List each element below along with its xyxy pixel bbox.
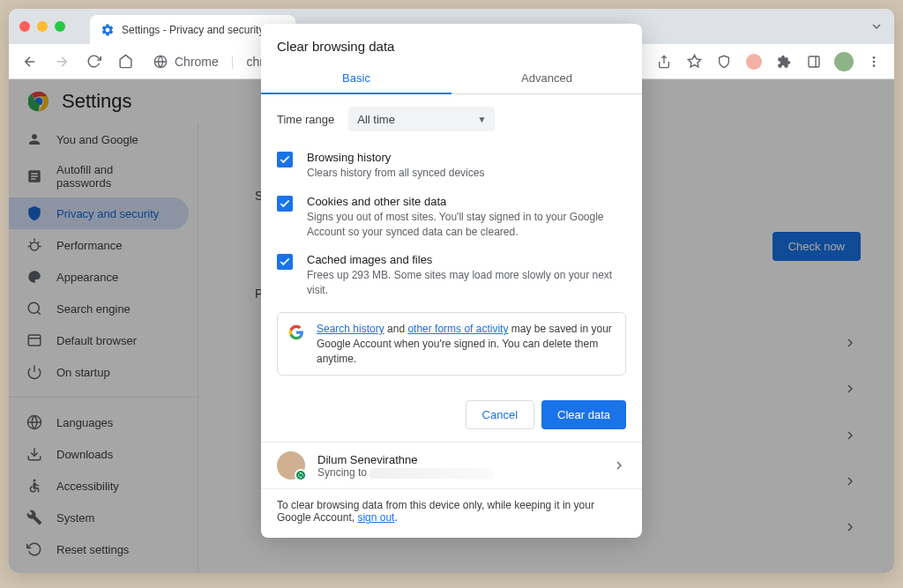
option-desc: Signs you out of most sites. You'll stay… — [307, 210, 626, 240]
tab-basic[interactable]: Basic — [261, 63, 452, 93]
tabs-dropdown-button[interactable] — [869, 19, 884, 37]
option-title: Browsing history — [307, 151, 626, 164]
time-range-value: All time — [357, 113, 395, 126]
bookmark-button[interactable] — [681, 48, 707, 75]
tab-advanced[interactable]: Advanced — [452, 63, 642, 93]
cancel-button[interactable]: Cancel — [466, 400, 534, 429]
info-box: Search history and other forms of activi… — [277, 312, 626, 376]
svg-marker-8 — [688, 55, 700, 66]
menu-button[interactable] — [861, 48, 887, 75]
dialog-title: Clear browsing data — [261, 24, 642, 63]
option-desc: Clears history from all synced devices — [307, 166, 626, 181]
info-text: Search history and other forms of activi… — [317, 322, 615, 366]
share-button[interactable] — [651, 48, 677, 75]
option-title: Cookies and other site data — [307, 195, 626, 208]
search-history-link[interactable]: Search history — [317, 323, 384, 335]
window-controls — [19, 21, 65, 32]
tab-title: Settings - Privacy and security — [122, 24, 264, 36]
option-desc: Frees up 293 MB. Some sites may load mor… — [307, 268, 626, 298]
maximize-window-button[interactable] — [55, 21, 65, 32]
time-range-label: Time range — [277, 113, 334, 126]
home-button[interactable] — [111, 48, 139, 76]
close-window-button[interactable] — [19, 21, 30, 32]
back-button[interactable] — [16, 48, 44, 76]
site-info-icon[interactable] — [153, 55, 168, 69]
svg-point-13 — [873, 64, 876, 67]
dialog-tabs: Basic Advanced — [261, 63, 642, 94]
reload-button[interactable] — [79, 48, 108, 76]
footer-note: To clear browsing data from this device … — [261, 488, 642, 538]
minimize-window-button[interactable] — [37, 21, 48, 32]
sign-out-link[interactable]: sign out — [357, 511, 394, 524]
profile-avatar-button[interactable] — [831, 48, 857, 75]
cache-checkbox[interactable] — [277, 254, 293, 270]
extensions-puzzle-icon[interactable] — [771, 48, 797, 75]
cookies-checkbox[interactable] — [277, 196, 293, 212]
clear-browsing-data-dialog: Clear browsing data Basic Advanced Time … — [261, 24, 642, 538]
profile-avatar — [277, 451, 305, 480]
svg-point-12 — [873, 60, 876, 63]
option-title: Cached images and files — [307, 253, 626, 266]
other-activity-link[interactable]: other forms of activity — [407, 323, 508, 335]
google-g-icon — [288, 324, 304, 340]
sync-badge-icon — [295, 469, 307, 481]
browsing-history-checkbox[interactable] — [277, 152, 293, 167]
forward-button[interactable] — [48, 48, 76, 76]
profile-email-redacted — [369, 468, 493, 479]
url-app-label: Chrome — [175, 55, 219, 69]
svg-point-11 — [873, 56, 876, 59]
option-cookies: Cookies and other site data Signs you ou… — [277, 188, 626, 247]
dropdown-arrow-icon: ▼ — [477, 115, 486, 124]
sidepanel-button[interactable] — [801, 48, 827, 75]
browser-window: Settings - Privacy and security Chrome |… — [9, 9, 894, 573]
profile-name: Dilum Senevirathne — [317, 453, 600, 466]
option-cached-images: Cached images and files Frees up 293 MB.… — [277, 246, 626, 305]
profile-status: Syncing to — [317, 466, 367, 479]
time-range-select[interactable]: All time ▼ — [348, 107, 495, 131]
svg-rect-9 — [809, 56, 819, 67]
settings-gear-icon — [101, 23, 115, 37]
extension-icon-1[interactable] — [741, 48, 767, 75]
chevron-right-icon — [612, 458, 626, 473]
shield-extension-icon[interactable] — [711, 48, 737, 75]
clear-data-button[interactable]: Clear data — [541, 400, 626, 429]
option-browsing-history: Browsing history Clears history from all… — [277, 144, 626, 188]
profile-section[interactable]: Dilum Senevirathne Syncing to — [261, 442, 642, 488]
